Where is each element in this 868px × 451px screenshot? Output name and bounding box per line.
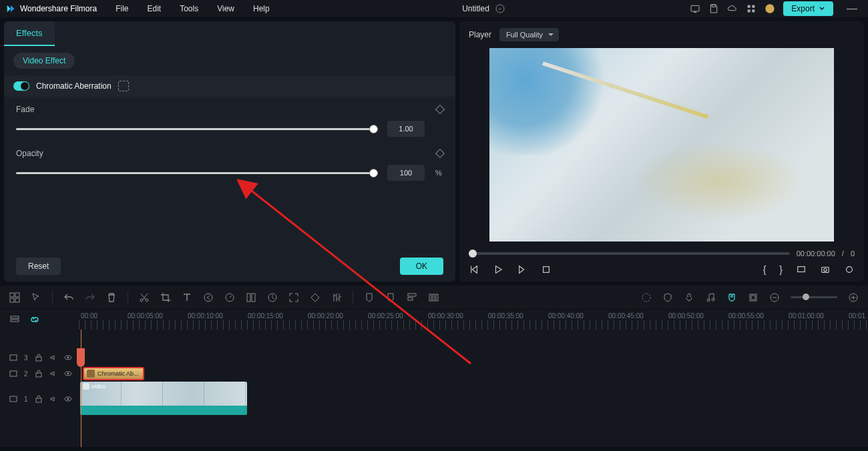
media-icon[interactable]	[9, 292, 20, 303]
mark-in-icon[interactable]: {	[763, 264, 767, 275]
opacity-slider-thumb[interactable]	[369, 169, 378, 177]
delete-icon[interactable]	[106, 292, 117, 303]
lock-icon[interactable]	[35, 354, 43, 362]
timeline-toolbar	[0, 286, 868, 310]
opacity-label: Opacity	[16, 149, 43, 158]
ruler-label: 00:01	[849, 312, 865, 320]
opacity-value[interactable]: 100	[387, 165, 425, 181]
mute-icon[interactable]	[49, 370, 57, 378]
speed-icon[interactable]	[224, 292, 235, 303]
opacity-unit: %	[434, 169, 443, 177]
effect-header: Chromatic Aberration	[4, 75, 455, 97]
menu-edit[interactable]: Edit	[140, 1, 170, 16]
mark-out-icon[interactable]: }	[779, 264, 783, 275]
mute-icon[interactable]	[49, 354, 57, 362]
zoom-out-icon[interactable]	[769, 292, 780, 303]
track-2-header[interactable]: 2	[0, 370, 79, 378]
eye-icon[interactable]	[64, 395, 72, 403]
auto-reframe-icon[interactable]	[748, 292, 758, 303]
effect-mask-icon[interactable]	[118, 81, 129, 91]
marker-icon[interactable]	[364, 292, 375, 303]
text-icon[interactable]	[182, 292, 192, 303]
track-icon[interactable]	[407, 292, 417, 303]
eye-icon[interactable]	[64, 354, 72, 362]
add-marker-icon[interactable]	[385, 292, 396, 303]
snapshot-icon[interactable]	[820, 264, 831, 275]
fade-keyframe-icon[interactable]	[435, 105, 445, 114]
svg-rect-14	[10, 293, 14, 297]
svg-point-43	[67, 357, 69, 359]
mic-icon[interactable]	[684, 292, 694, 303]
cloud-icon[interactable]	[727, 3, 738, 14]
opacity-slider[interactable]	[16, 172, 378, 174]
reset-button[interactable]: Reset	[16, 258, 61, 275]
color-icon[interactable]	[246, 292, 256, 303]
mute-icon[interactable]	[49, 395, 57, 403]
timeline-ruler[interactable]: 00:00 00:00:05:00 00:00:10:00 00:00:15:0…	[79, 310, 868, 330]
render-icon[interactable]	[641, 292, 652, 303]
timecode-current: 00:00:00:00	[797, 250, 835, 258]
reset-view-icon[interactable]	[844, 264, 855, 275]
fullscreen-icon[interactable]	[796, 264, 807, 275]
redo-icon[interactable]	[85, 292, 95, 303]
menu-tools[interactable]: Tools	[172, 1, 206, 16]
magnet-icon[interactable]	[726, 292, 737, 303]
prev-frame-icon[interactable]	[469, 264, 479, 275]
avatar-icon[interactable]	[765, 3, 775, 14]
save-icon[interactable]	[708, 3, 719, 14]
svg-rect-27	[429, 294, 431, 301]
track-3-header[interactable]: 3	[0, 354, 79, 362]
video-preview[interactable]	[489, 48, 834, 242]
fade-value[interactable]: 1.00	[387, 121, 425, 137]
pointer-icon[interactable]	[31, 292, 41, 303]
link-tracks-icon[interactable]	[29, 314, 40, 325]
menu-help[interactable]: Help	[245, 1, 278, 16]
menu-file[interactable]: File	[107, 1, 136, 16]
export-button[interactable]: Export	[783, 1, 833, 16]
ruler-label: 00:00:20:00	[308, 312, 343, 320]
scrubber-thumb[interactable]	[469, 250, 477, 258]
cloud-sync-icon[interactable]	[495, 3, 505, 14]
cut-icon[interactable]	[139, 292, 150, 303]
zoom-slider[interactable]	[791, 296, 837, 298]
lock-icon[interactable]	[35, 370, 43, 378]
speed-back-icon[interactable]	[203, 292, 214, 303]
lock-icon[interactable]	[35, 395, 43, 403]
expand-icon[interactable]	[288, 292, 299, 303]
clock-icon[interactable]	[267, 292, 278, 303]
opacity-keyframe-icon[interactable]	[435, 149, 445, 158]
effect-clip-chromatic[interactable]: Chromatic Ab...	[83, 367, 144, 380]
next-frame-icon[interactable]	[517, 264, 527, 275]
video-clip[interactable]: video	[80, 382, 247, 415]
playhead[interactable]	[81, 330, 81, 447]
undo-icon[interactable]	[63, 292, 74, 303]
stop-icon[interactable]	[541, 264, 552, 275]
minimize-button[interactable]: —	[841, 3, 863, 15]
crop-icon[interactable]	[160, 292, 171, 303]
music-icon[interactable]	[705, 292, 716, 303]
track-1-header[interactable]: 1	[0, 395, 79, 403]
player-scrubber[interactable]	[469, 252, 790, 255]
track-layers-icon[interactable]	[9, 314, 20, 325]
adjust-icon[interactable]	[331, 292, 342, 303]
mixer-icon[interactable]	[428, 292, 439, 303]
effect-enable-toggle[interactable]	[13, 81, 29, 91]
ruler-label: 00:00:10:00	[188, 312, 223, 320]
shield-icon[interactable]	[662, 292, 673, 303]
filter-chip-video-effect[interactable]: Video Effect	[13, 53, 75, 69]
eye-icon[interactable]	[64, 370, 72, 378]
zoom-in-icon[interactable]	[848, 292, 859, 303]
fade-slider-thumb[interactable]	[369, 125, 378, 133]
menu-view[interactable]: View	[209, 1, 242, 16]
play-icon[interactable]	[493, 264, 503, 275]
svg-point-12	[824, 268, 827, 271]
fade-slider[interactable]	[16, 128, 378, 130]
record-screen-icon[interactable]	[690, 3, 700, 14]
quality-select[interactable]: Full Quality	[499, 28, 559, 41]
diamond-tool-icon[interactable]	[310, 292, 320, 303]
svg-rect-25	[408, 294, 416, 296]
ok-button[interactable]: OK	[400, 258, 443, 275]
timeline-track-area[interactable]: Chromatic Ab... video	[79, 330, 868, 447]
apps-icon[interactable]	[746, 3, 756, 14]
tab-effects[interactable]: Effects	[4, 21, 55, 46]
